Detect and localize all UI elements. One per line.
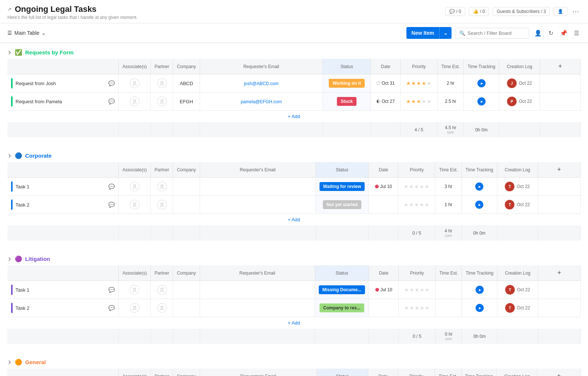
- priority-cell[interactable]: ★★★★★: [398, 178, 435, 196]
- associates-cell[interactable]: [119, 281, 151, 299]
- add-item-label[interactable]: + Add: [288, 217, 300, 222]
- chat-button[interactable]: 💬: [108, 202, 115, 208]
- new-item-button[interactable]: New Item ⌄: [406, 27, 452, 39]
- partner-cell[interactable]: [151, 93, 173, 111]
- add-row[interactable]: + Add: [7, 317, 581, 329]
- time-tracking-play-button[interactable]: [476, 286, 484, 294]
- status-cell[interactable]: Waiting for review: [315, 178, 369, 196]
- date-cell[interactable]: Jul 10: [369, 178, 398, 196]
- guests-button[interactable]: Guests & Subscribers / 3: [493, 7, 550, 16]
- associates-cell[interactable]: [119, 299, 151, 317]
- refresh-button[interactable]: ↻: [547, 28, 555, 38]
- status-cell[interactable]: Stuck: [323, 93, 371, 111]
- status-cell[interactable]: Not yet started: [315, 196, 369, 214]
- add-column-icon[interactable]: +: [555, 268, 564, 278]
- group-title-litigation[interactable]: Litigation: [25, 256, 50, 262]
- date-cell[interactable]: Oct 27: [371, 93, 401, 111]
- add-column-button[interactable]: +: [540, 59, 581, 74]
- time-tracking-play-button[interactable]: [475, 182, 483, 191]
- date-cell[interactable]: [369, 299, 399, 317]
- new-item-chevron-icon[interactable]: ⌄: [439, 27, 452, 39]
- search-input[interactable]: [467, 30, 525, 36]
- invite-button[interactable]: 👤: [554, 7, 567, 16]
- group-expand-button-general[interactable]: [7, 360, 12, 365]
- priority-cell[interactable]: ★★★★★: [401, 74, 437, 93]
- add-row-cell[interactable]: + Add: [7, 111, 581, 122]
- time-tracking-cell[interactable]: [462, 299, 497, 317]
- add-column-icon[interactable]: +: [555, 165, 564, 174]
- filter-button[interactable]: ☰: [572, 28, 581, 38]
- star-2: ★: [411, 80, 416, 86]
- chat-button[interactable]: 💬: [108, 287, 115, 293]
- status-cell[interactable]: Company to res...: [315, 299, 369, 317]
- likes-button[interactable]: 👍 / 0: [469, 7, 489, 16]
- time-tracking-play-button[interactable]: [476, 304, 484, 312]
- email-cell[interactable]: [200, 281, 315, 299]
- add-column-icon[interactable]: +: [555, 372, 563, 376]
- email-link[interactable]: pamela@EFGH.com: [241, 99, 282, 104]
- partner-cell[interactable]: [151, 299, 173, 317]
- status-cell[interactable]: Missing Docume...: [315, 281, 369, 299]
- priority-cell[interactable]: ★★★★★: [399, 281, 436, 299]
- partner-cell[interactable]: [151, 178, 173, 196]
- email-cell[interactable]: [200, 196, 315, 214]
- associates-cell[interactable]: [119, 74, 151, 93]
- time-tracking-cell[interactable]: [464, 93, 499, 111]
- add-column-button[interactable]: +: [538, 162, 580, 178]
- time-tracking-play-button[interactable]: [475, 201, 483, 209]
- date-cell[interactable]: Oct 31: [371, 74, 401, 93]
- email-cell[interactable]: josh@ABCD.com: [200, 74, 322, 93]
- add-row[interactable]: + Add: [7, 214, 581, 226]
- add-column-icon[interactable]: +: [556, 62, 564, 71]
- status-cell[interactable]: Working on it: [323, 74, 371, 93]
- email-cell[interactable]: pamela@EFGH.com: [200, 93, 322, 111]
- time-tracking-cell[interactable]: [462, 281, 497, 299]
- priority-cell[interactable]: ★★★★★: [398, 196, 435, 214]
- email-cell[interactable]: [200, 178, 315, 196]
- company-value: ABCD: [180, 81, 193, 86]
- group-expand-button-litigation[interactable]: [7, 257, 12, 261]
- main-table-button[interactable]: ☰ Main Table ⌄: [7, 30, 46, 36]
- date-cell[interactable]: Jul 10: [369, 281, 399, 299]
- add-column-button[interactable]: +: [538, 265, 581, 281]
- priority-cell[interactable]: ★★★★★: [401, 93, 437, 111]
- associates-cell[interactable]: [119, 196, 151, 214]
- group-expand-button-corporate[interactable]: [7, 154, 12, 158]
- add-column-button[interactable]: +: [537, 369, 581, 376]
- email-cell[interactable]: [200, 299, 315, 317]
- date-cell[interactable]: [369, 196, 398, 214]
- time-tracking-cell[interactable]: [464, 74, 499, 93]
- add-row-cell[interactable]: + Add: [7, 214, 581, 226]
- add-row-cell[interactable]: + Add: [7, 317, 581, 329]
- add-item-label[interactable]: + Add: [288, 114, 300, 119]
- add-item-label[interactable]: + Add: [288, 320, 300, 326]
- associates-cell[interactable]: [119, 178, 151, 196]
- comments-button[interactable]: 💬 / 0: [445, 7, 465, 16]
- add-row[interactable]: + Add: [7, 111, 581, 122]
- partner-cell[interactable]: [151, 74, 173, 93]
- pin-button[interactable]: 📌: [558, 28, 569, 38]
- priority-cell[interactable]: ★★★★★: [399, 299, 436, 317]
- status-badge: Not yet started: [323, 200, 361, 209]
- time-tracking-cell[interactable]: [462, 196, 497, 214]
- time-tracking-play-button[interactable]: [477, 79, 486, 87]
- partner-cell[interactable]: [151, 196, 173, 214]
- email-link[interactable]: josh@ABCD.com: [244, 81, 279, 86]
- chat-button[interactable]: 💬: [108, 184, 115, 189]
- group-expand-button-requests_by_form[interactable]: [7, 50, 12, 55]
- time-tracking-play-button[interactable]: [477, 97, 486, 105]
- more-options-button[interactable]: ⋯: [571, 6, 581, 17]
- date-indicator-red: [375, 288, 379, 292]
- group-title-corporate[interactable]: Corporate: [25, 152, 52, 159]
- likes-count: / 0: [480, 9, 485, 14]
- group-title-general[interactable]: General: [25, 359, 46, 365]
- time-tracking-cell[interactable]: [462, 178, 497, 196]
- partner-cell[interactable]: [151, 281, 173, 299]
- chat-button[interactable]: 💬: [108, 80, 115, 86]
- chat-button[interactable]: 💬: [108, 305, 115, 311]
- associates-cell[interactable]: [119, 93, 151, 111]
- user-view-button[interactable]: 👤: [533, 28, 543, 38]
- chat-button[interactable]: 💬: [108, 98, 115, 104]
- share-icon[interactable]: ↗: [7, 6, 12, 12]
- group-title-requests_by_form[interactable]: Requests by Form: [25, 49, 74, 56]
